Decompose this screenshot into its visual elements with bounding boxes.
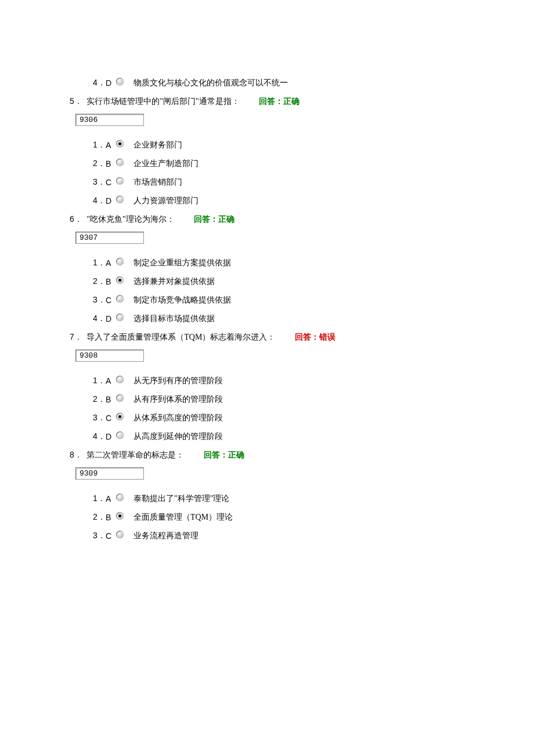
option-letter: C bbox=[106, 531, 116, 541]
radio-wrap bbox=[116, 161, 134, 166]
option-letter: B bbox=[106, 395, 116, 404]
option-text: 从无序到有序的管理阶段 bbox=[134, 376, 223, 386]
question-stem: 7． 导入了全面质量管理体系（TQM）标志着海尔进入： 回答：错误 bbox=[70, 332, 464, 343]
option-text: 泰勒提出了"科学管理"理论 bbox=[134, 494, 229, 504]
option-letter: D bbox=[106, 78, 116, 88]
radio-button[interactable] bbox=[116, 295, 124, 303]
option-text: 从有序到体系的管理阶段 bbox=[134, 394, 223, 405]
radio-dot-icon bbox=[118, 415, 121, 418]
option-number: 2． bbox=[93, 276, 106, 287]
question-number: 7． bbox=[70, 332, 82, 341]
radio-button[interactable] bbox=[116, 140, 124, 147]
option-number: 1． bbox=[93, 140, 106, 150]
radio-button[interactable] bbox=[116, 276, 124, 284]
question-text: 第二次管理革命的标志是： bbox=[86, 451, 184, 459]
option-row: 4． D 人力资源管理部门 bbox=[93, 196, 464, 206]
option-text: 选择兼并对象提供依据 bbox=[134, 276, 215, 287]
option-number: 1． bbox=[93, 494, 106, 504]
option-row: 2． B 选择兼并对象提供依据 bbox=[93, 276, 464, 287]
option-number: 3． bbox=[93, 413, 106, 423]
option-text: 市场营销部门 bbox=[134, 177, 182, 188]
question-number: 6． bbox=[70, 214, 82, 224]
page-content: 4． D 物质文化与核心文化的价值观念可以不统一 5． 实行市场链管理中的"闸后… bbox=[0, 0, 534, 584]
option-letter: A bbox=[106, 141, 116, 150]
radio-wrap bbox=[116, 316, 134, 321]
question-text: 导入了全面质量管理体系（TQM）标志着海尔进入： bbox=[86, 333, 275, 341]
question-text: "吃休克鱼"理论为海尔： bbox=[86, 215, 174, 224]
radio-wrap bbox=[116, 298, 134, 303]
radio-button[interactable] bbox=[116, 531, 124, 538]
option-number: 3． bbox=[93, 177, 106, 188]
option-row: 1． A 企业财务部门 bbox=[93, 140, 464, 150]
option-text: 制定企业重组方案提供依据 bbox=[134, 258, 231, 268]
option-number: 4． bbox=[93, 196, 106, 206]
radio-wrap bbox=[116, 199, 134, 203]
feedback-label: 回答：正确 bbox=[259, 97, 300, 106]
radio-wrap bbox=[116, 515, 134, 520]
radio-button[interactable] bbox=[116, 177, 124, 185]
option-row: 3． C 制定市场竞争战略提供依据 bbox=[93, 295, 464, 305]
question-id-input[interactable]: 9308 bbox=[75, 350, 144, 362]
radio-wrap bbox=[116, 81, 134, 85]
option-number: 4． bbox=[93, 314, 106, 324]
question-text: 实行市场链管理中的"闸后部门"通常是指： bbox=[86, 97, 239, 106]
radio-button[interactable] bbox=[116, 196, 124, 203]
option-row: 1． A 泰勒提出了"科学管理"理论 bbox=[93, 494, 464, 504]
question-stem: 8． 第二次管理革命的标志是： 回答：正确 bbox=[70, 450, 464, 460]
option-number: 4． bbox=[93, 78, 106, 88]
radio-button[interactable] bbox=[116, 314, 124, 321]
radio-button[interactable] bbox=[116, 78, 124, 85]
radio-dot-icon bbox=[118, 279, 121, 282]
option-row: 4． D 物质文化与核心文化的价值观念可以不统一 bbox=[93, 78, 464, 88]
radio-dot-icon bbox=[118, 142, 121, 145]
radio-wrap bbox=[116, 397, 134, 402]
radio-button[interactable] bbox=[116, 512, 124, 520]
radio-wrap bbox=[116, 434, 134, 439]
option-row: 2． B 企业生产制造部门 bbox=[93, 159, 464, 169]
question-id-input[interactable]: 9307 bbox=[75, 232, 144, 244]
option-text: 人力资源管理部门 bbox=[134, 196, 199, 206]
radio-button[interactable] bbox=[116, 159, 124, 166]
option-row: 3． C 市场营销部门 bbox=[93, 177, 464, 188]
radio-button[interactable] bbox=[116, 431, 124, 439]
option-number: 2． bbox=[93, 394, 106, 405]
option-row: 4． D 从高度到延伸的管理阶段 bbox=[93, 431, 464, 442]
question-id-input[interactable]: 9309 bbox=[75, 467, 144, 480]
option-row: 1． A 从无序到有序的管理阶段 bbox=[93, 376, 464, 386]
question-number: 8． bbox=[70, 450, 82, 459]
option-text: 企业生产制造部门 bbox=[134, 159, 199, 169]
option-letter: B bbox=[106, 277, 116, 286]
option-number: 1． bbox=[93, 258, 106, 268]
radio-button[interactable] bbox=[116, 494, 124, 501]
radio-dot-icon bbox=[118, 514, 121, 517]
radio-button[interactable] bbox=[116, 413, 124, 420]
question-number: 5． bbox=[70, 96, 82, 106]
radio-button[interactable] bbox=[116, 394, 124, 402]
option-row: 4． D 选择目标市场提供依据 bbox=[93, 314, 464, 324]
option-letter: C bbox=[106, 296, 116, 305]
option-number: 2． bbox=[93, 512, 106, 523]
option-letter: B bbox=[106, 513, 116, 522]
feedback-label: 回答：错误 bbox=[295, 333, 335, 341]
question-id-input[interactable]: 9306 bbox=[75, 114, 144, 126]
question-stem: 5． 实行市场链管理中的"闸后部门"通常是指： 回答：正确 bbox=[70, 96, 464, 107]
option-row: 2． B 从有序到体系的管理阶段 bbox=[93, 394, 464, 405]
option-letter: C bbox=[106, 413, 116, 423]
radio-wrap bbox=[116, 279, 134, 284]
radio-wrap bbox=[116, 143, 134, 147]
option-letter: B bbox=[106, 159, 116, 168]
option-number: 3． bbox=[93, 531, 106, 541]
option-text: 从体系到高度的管理阶段 bbox=[134, 413, 223, 423]
option-text: 业务流程再造管理 bbox=[134, 531, 199, 541]
option-number: 1． bbox=[93, 376, 106, 386]
option-letter: A bbox=[106, 376, 116, 386]
radio-wrap bbox=[116, 379, 134, 383]
option-text: 从高度到延伸的管理阶段 bbox=[134, 431, 223, 442]
option-letter: D bbox=[106, 314, 116, 323]
radio-button[interactable] bbox=[116, 376, 124, 383]
option-row: 3． C 业务流程再造管理 bbox=[93, 531, 464, 541]
radio-button[interactable] bbox=[116, 258, 124, 265]
option-row: 3． C 从体系到高度的管理阶段 bbox=[93, 413, 464, 423]
option-letter: D bbox=[106, 432, 116, 441]
option-row: 1． A 制定企业重组方案提供依据 bbox=[93, 258, 464, 268]
